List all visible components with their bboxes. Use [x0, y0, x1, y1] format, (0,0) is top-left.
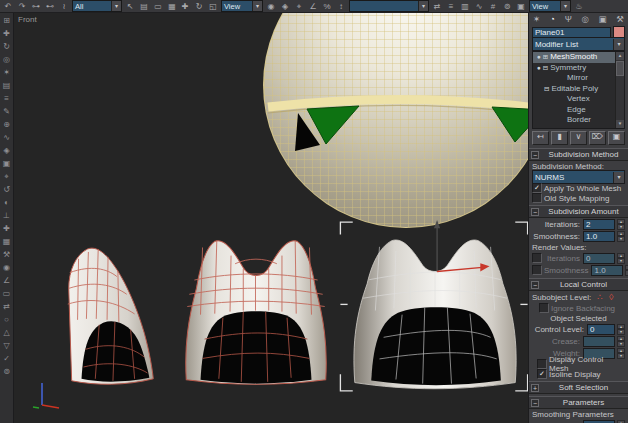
toolbar-icon[interactable]: ⊕ — [3, 119, 10, 130]
angle-snap-icon[interactable]: ∠ — [308, 1, 318, 12]
smoothness-spinner[interactable]: ▴▾ — [617, 231, 625, 242]
dropdown-arrow-icon[interactable]: ▾ — [613, 172, 624, 183]
remove-modifier-button[interactable]: ⌦ — [589, 131, 606, 145]
apply-to-whole-mesh-checkbox[interactable]: ✓ — [532, 183, 542, 193]
rollout-local-control[interactable]: − Local Control — [529, 278, 628, 291]
quick-render-icon[interactable]: ♨ — [574, 1, 584, 12]
toolbar-icon[interactable]: ▦ — [3, 236, 11, 247]
rollout-subdivision-method[interactable]: − Subdivision Method — [529, 148, 628, 161]
collapse-icon[interactable]: − — [531, 151, 539, 159]
select-by-name-icon[interactable]: ▤ — [139, 1, 149, 12]
sphere-mesh[interactable] — [263, 13, 528, 228]
toolbar-icon[interactable]: ✓ — [3, 353, 10, 364]
tab-modify[interactable]: ◔ — [550, 14, 555, 25]
tab-utilities[interactable]: ⚒ — [616, 14, 624, 25]
layer-manager-icon[interactable]: ▥ — [460, 1, 470, 12]
toolbar-icon[interactable]: ✚ — [3, 223, 10, 234]
toolbar-icon[interactable]: ⇄ — [3, 301, 10, 312]
window-crossing-icon[interactable]: ▦ — [167, 1, 177, 12]
render-setup-icon[interactable]: ▣ — [516, 1, 526, 12]
configure-modifier-sets-button[interactable]: ▣ — [608, 131, 625, 145]
named-selection-sets-dropdown[interactable]: ▾ — [349, 0, 429, 12]
schematic-view-icon[interactable]: # — [488, 1, 498, 12]
toolbar-icon[interactable]: ⊚ — [3, 366, 10, 377]
ignore-backfacing-checkbox[interactable] — [539, 303, 549, 313]
dropdown-arrow-icon[interactable]: ▾ — [418, 1, 428, 11]
redo-icon[interactable]: ↷ — [17, 1, 27, 12]
toolbar-icon[interactable]: ✎ — [3, 106, 10, 117]
old-style-mapping-checkbox[interactable] — [532, 193, 542, 203]
toolbar-icon[interactable]: ⊥ — [3, 210, 10, 221]
parameters-field-1[interactable] — [583, 420, 615, 423]
show-end-result-button[interactable]: ▮ — [551, 131, 568, 145]
toolbar-icon[interactable]: ▤ — [3, 80, 11, 91]
tab-hierarchy[interactable]: Ψ — [565, 14, 572, 25]
tab-motion[interactable]: ◎ — [581, 14, 588, 25]
scroll-down-icon[interactable]: ▼ — [616, 120, 624, 128]
stack-scrollbar[interactable]: ▲ ▼ — [615, 52, 624, 128]
toolbar-icon[interactable]: ∠ — [3, 275, 10, 286]
object-name-field[interactable]: Plane01 — [532, 27, 611, 38]
stack-row-border[interactable]: Border — [533, 115, 616, 126]
toolbar-icon[interactable]: ▽ — [3, 340, 9, 351]
bind-to-space-warp-icon[interactable]: ≀ — [59, 1, 69, 12]
dropdown-arrow-icon[interactable]: ▾ — [111, 1, 121, 11]
crown-mesh-half[interactable] — [52, 231, 170, 389]
toolbar-icon[interactable]: ↻ — [3, 41, 10, 52]
rollout-soft-selection[interactable]: + Soft Selection — [529, 381, 628, 394]
crown-mesh-smoothed-selected[interactable] — [336, 218, 528, 398]
curve-editor-icon[interactable]: ∿ — [474, 1, 484, 12]
rollout-parameters[interactable]: − Parameters — [529, 396, 628, 409]
toolbar-icon[interactable]: ✶ — [3, 67, 10, 78]
scroll-up-icon[interactable]: ▲ — [616, 52, 624, 60]
toolbar-icon[interactable]: ▣ — [3, 158, 11, 169]
select-object-icon[interactable]: ↖ — [125, 1, 135, 12]
scrollbar-thumb[interactable] — [616, 61, 624, 76]
dropdown-arrow-icon[interactable]: ▾ — [560, 1, 570, 11]
stack-row-mirror[interactable]: Mirror — [533, 73, 616, 84]
smoothness-field[interactable]: 1.0 — [583, 231, 615, 242]
vertex-subobject-icon[interactable]: ∴ — [597, 292, 603, 302]
edge-subobject-icon[interactable]: ◊ — [609, 292, 613, 302]
toolbar-icon[interactable]: ↺ — [3, 184, 10, 195]
toolbar-icon[interactable]: ◐ — [4, 197, 9, 208]
toolbar-icon[interactable]: ▭ — [3, 288, 11, 299]
reference-coordinate-dropdown[interactable]: View ▾ — [221, 0, 263, 12]
toolbar-icon[interactable]: ◉ — [3, 262, 10, 273]
dropdown-arrow-icon[interactable]: ▾ — [613, 39, 624, 50]
tab-display[interactable]: ▣ — [599, 14, 607, 25]
select-and-scale-icon[interactable]: ◱ — [208, 1, 218, 12]
viewport-label[interactable]: Front — [18, 15, 37, 24]
iterations-spinner[interactable]: ▴▾ — [617, 219, 625, 230]
modifier-list-dropdown[interactable]: Modifier List ▾ — [532, 37, 625, 51]
subdivision-method-dropdown[interactable]: NURMS ▾ — [532, 170, 625, 184]
render-smoothness-checkbox[interactable] — [532, 265, 542, 275]
select-and-move-icon[interactable]: ✚ — [180, 1, 190, 12]
toolbar-icon[interactable]: △ — [3, 327, 9, 338]
unlink-selection-icon[interactable]: ⊷ — [45, 1, 55, 12]
collapse-icon[interactable]: − — [531, 208, 539, 216]
toolbar-icon[interactable]: ∿ — [3, 132, 10, 143]
selection-filter-dropdown[interactable]: All ▾ — [72, 0, 122, 12]
iterations-field[interactable]: 2 — [583, 219, 615, 230]
crease-field[interactable] — [583, 336, 615, 347]
rollout-subdivision-amount[interactable]: − Subdivision Amount — [529, 205, 628, 218]
render-type-dropdown[interactable]: View ▾ — [529, 0, 571, 12]
render-iterations-spinner[interactable]: ▴▾ — [617, 253, 625, 264]
toolbar-icon[interactable]: ⌖ — [4, 171, 9, 182]
stack-row-meshsmooth[interactable]: ● ⊞ MeshSmooth — [533, 52, 616, 63]
mirror-icon[interactable]: ⇄ — [432, 1, 442, 12]
toolbar-icon[interactable]: ○ — [4, 314, 9, 325]
material-editor-icon[interactable]: ⊚ — [502, 1, 512, 12]
select-and-manipulate-icon[interactable]: ◈ — [280, 1, 290, 12]
snap-toggle-icon[interactable]: ⌖ — [294, 1, 304, 12]
control-level-field[interactable]: 0 — [587, 324, 615, 335]
tab-create[interactable]: ✶ — [533, 14, 540, 25]
isoline-display-checkbox[interactable]: ✓ — [537, 369, 547, 379]
crown-mesh-symmetry[interactable] — [172, 225, 340, 388]
toolbar-icon[interactable]: ≡ — [4, 93, 9, 104]
pin-stack-button[interactable]: ↤ — [532, 131, 549, 145]
expand-icon[interactable]: + — [531, 384, 539, 392]
parameters-spinner-1[interactable]: ▴▾ — [617, 420, 625, 423]
crease-spinner[interactable]: ▴▾ — [617, 336, 625, 347]
